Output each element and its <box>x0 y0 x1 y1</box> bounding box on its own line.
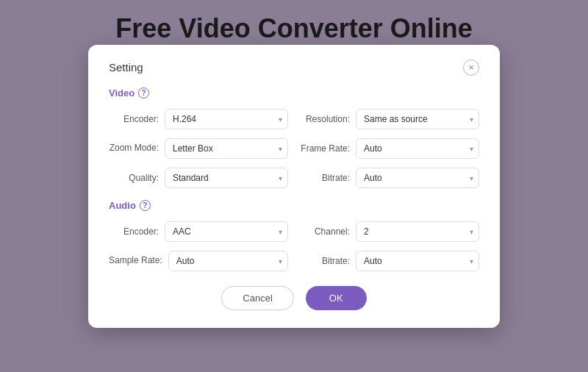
audio-encoder-select-wrapper: AAC MP3 AC3 ▾ <box>165 221 288 242</box>
close-button[interactable]: × <box>463 60 479 76</box>
audio-encoder-select[interactable]: AAC MP3 AC3 <box>165 221 288 242</box>
video-encoder-label: Encoder: <box>109 114 159 124</box>
dialog-overlay: Setting × Video ? Encoder: H.264 H.265 M… <box>0 0 588 372</box>
audio-encoder-label: Encoder: <box>109 226 159 237</box>
resolution-select[interactable]: Same as source 1080p 720p <box>356 109 479 129</box>
video-bitrate-label: Bitrate: <box>300 173 350 183</box>
quality-row: Quality: Standard High Low ▾ <box>109 168 288 188</box>
channel-select[interactable]: 2 1 6 <box>356 221 479 242</box>
channel-select-wrapper: 2 1 6 ▾ <box>356 221 479 242</box>
video-section-label: Video ? <box>109 87 479 99</box>
sample-rate-select-wrapper: Auto 44100 48000 ▾ <box>168 251 288 271</box>
audio-encoder-row: Encoder: AAC MP3 AC3 ▾ <box>109 221 288 242</box>
zoom-mode-label: Zoom Mode: <box>109 143 159 154</box>
ok-button[interactable]: OK <box>306 286 367 310</box>
frame-rate-select-wrapper: Auto 25 30 ▾ <box>356 138 479 159</box>
sample-rate-row: Sample Rate: Auto 44100 48000 ▾ <box>109 251 288 271</box>
channel-row: Channel: 2 1 6 ▾ <box>300 221 479 242</box>
cancel-button[interactable]: Cancel <box>221 286 293 310</box>
quality-select-wrapper: Standard High Low ▾ <box>165 168 288 188</box>
channel-label: Channel: <box>300 226 350 237</box>
audio-bitrate-label: Bitrate: <box>300 256 350 266</box>
audio-section-label: Audio ? <box>109 200 479 211</box>
quality-select[interactable]: Standard High Low <box>165 168 288 188</box>
frame-rate-label: Frame Rate: <box>300 143 350 154</box>
audio-form-grid: Encoder: AAC MP3 AC3 ▾ Channel: 2 1 <box>109 221 479 271</box>
audio-bitrate-row: Bitrate: Auto 128k 256k ▾ <box>300 251 479 271</box>
frame-rate-row: Frame Rate: Auto 25 30 ▾ <box>300 138 479 159</box>
sample-rate-select[interactable]: Auto 44100 48000 <box>168 251 288 271</box>
audio-help-icon[interactable]: ? <box>140 200 151 211</box>
zoom-mode-select-wrapper: Letter Box Pan & Scan Full ▾ <box>165 138 288 159</box>
resolution-label: Resolution: <box>300 114 350 124</box>
video-bitrate-row: Bitrate: Auto 1000k 2000k ▾ <box>300 168 479 188</box>
audio-bitrate-select-wrapper: Auto 128k 256k ▾ <box>356 251 479 271</box>
dialog-title: Setting <box>109 61 143 74</box>
video-bitrate-select-wrapper: Auto 1000k 2000k ▾ <box>356 168 479 188</box>
video-encoder-select-wrapper: H.264 H.265 MPEG-4 ▾ <box>165 109 288 129</box>
quality-label: Quality: <box>109 173 159 183</box>
sample-rate-label: Sample Rate: <box>109 255 162 267</box>
video-help-icon[interactable]: ? <box>138 87 149 99</box>
dialog-footer: Cancel OK <box>109 286 479 310</box>
video-bitrate-select[interactable]: Auto 1000k 2000k <box>356 168 479 188</box>
audio-bitrate-select[interactable]: Auto 128k 256k <box>356 251 479 271</box>
resolution-select-wrapper: Same as source 1080p 720p ▾ <box>356 109 479 129</box>
zoom-mode-row: Zoom Mode: Letter Box Pan & Scan Full ▾ <box>109 138 288 159</box>
video-encoder-row: Encoder: H.264 H.265 MPEG-4 ▾ <box>109 109 288 129</box>
dialog-header: Setting × <box>109 60 479 76</box>
video-encoder-select[interactable]: H.264 H.265 MPEG-4 <box>165 109 288 129</box>
settings-dialog: Setting × Video ? Encoder: H.264 H.265 M… <box>88 45 500 328</box>
frame-rate-select[interactable]: Auto 25 30 <box>356 138 479 159</box>
zoom-mode-select[interactable]: Letter Box Pan & Scan Full <box>165 138 288 159</box>
resolution-row: Resolution: Same as source 1080p 720p ▾ <box>300 109 479 129</box>
video-form-grid: Encoder: H.264 H.265 MPEG-4 ▾ Resolution… <box>109 109 479 188</box>
